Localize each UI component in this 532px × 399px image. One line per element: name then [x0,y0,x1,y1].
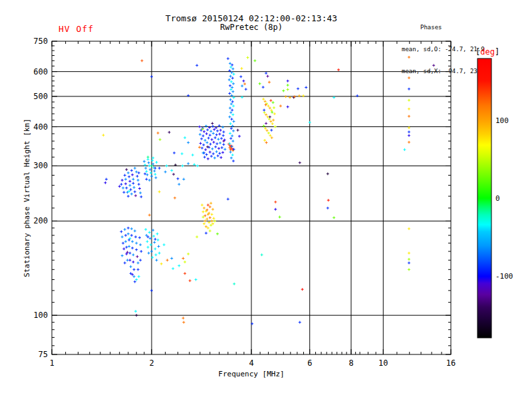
y-axis-label: Stationary phase Virtual Height [km] [23,118,31,277]
ionogram-screen: HV Off Tromsø 20150124 02:12:00-02:13:43… [0,0,532,399]
svg-text:6: 6 [307,358,312,368]
svg-text:200: 200 [33,216,48,225]
svg-text:10: 10 [378,358,388,368]
ionogram-plot: 12468101675100200300400500600750Frequenc… [0,0,532,399]
svg-text:300: 300 [33,161,48,170]
svg-text:750: 750 [33,37,48,46]
colorbar-unit-label: [deg] [475,47,499,57]
svg-text:100: 100 [33,311,48,320]
svg-text:400: 400 [33,122,48,132]
colorbar-tick-label: 100 [495,116,509,125]
svg-text:2: 2 [149,358,154,368]
svg-text:500: 500 [33,92,48,101]
svg-text:600: 600 [33,67,48,76]
gridlines [52,41,451,354]
x-axis-label: Frequency [MHz] [218,370,284,378]
colorbar-tick-label: 0 [495,194,500,203]
x-tick-labels: 124681016 [49,358,456,368]
svg-text:4: 4 [249,358,253,368]
svg-text:1: 1 [49,358,54,368]
colorbar-tick-label: -100 [495,272,513,281]
svg-text:8: 8 [348,358,353,368]
colorbar-gradient [477,59,491,338]
svg-text:75: 75 [39,350,48,359]
y-tick-labels: 75100200300400500600750 [33,37,48,359]
colorbar: 1000-100[deg] [475,47,513,338]
svg-text:16: 16 [446,358,456,368]
